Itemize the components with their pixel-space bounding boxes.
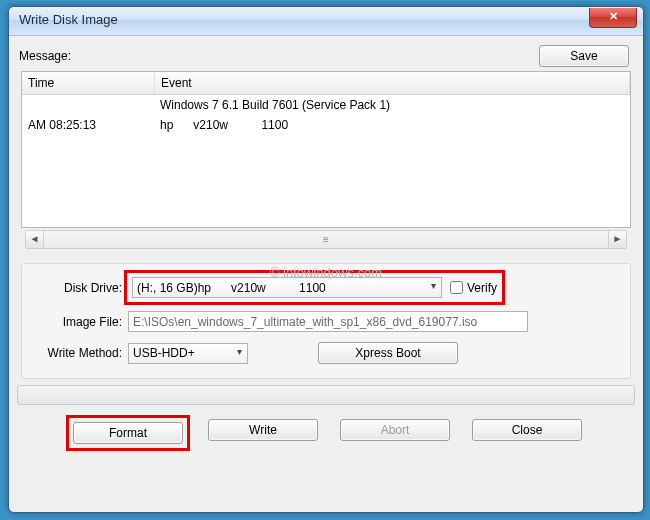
scroll-left-arrow-icon[interactable]: ◄ — [26, 231, 44, 248]
action-buttons-row: Format Write Abort Close — [17, 419, 635, 451]
verify-checkbox[interactable] — [450, 281, 463, 294]
horizontal-scrollbar[interactable]: ◄ ≡ ► — [25, 230, 627, 249]
write-method-row: Write Method: Xpress Boot — [30, 342, 622, 364]
form-panel: Disk Drive: Verify Image File: Write Met… — [21, 263, 631, 379]
write-method-label: Write Method: — [30, 346, 128, 360]
cell-event: hp v210w 1100 — [154, 115, 630, 135]
window-title: Write Disk Image — [19, 12, 118, 27]
image-file-row: Image File: — [30, 311, 622, 332]
disk-drive-combo-wrap — [132, 277, 442, 298]
client-area: Message: Save Time Event Windows 7 6.1 B… — [17, 41, 635, 504]
table-row[interactable]: Windows 7 6.1 Build 7601 (Service Pack 1… — [22, 95, 630, 115]
close-window-button[interactable]: ✕ — [589, 8, 637, 28]
format-highlight: Format — [70, 419, 186, 447]
verify-checkbox-group: Verify — [450, 281, 497, 295]
verify-label: Verify — [467, 281, 497, 295]
close-button[interactable]: Close — [472, 419, 582, 441]
disk-drive-highlight: Verify — [128, 274, 501, 301]
log-body: Windows 7 6.1 Build 7601 (Service Pack 1… — [22, 95, 630, 227]
cell-time: AM 08:25:13 — [22, 115, 154, 135]
column-header-event[interactable]: Event — [155, 72, 630, 94]
save-button[interactable]: Save — [539, 45, 629, 67]
abort-button[interactable]: Abort — [340, 419, 450, 441]
xpress-boot-button[interactable]: Xpress Boot — [318, 342, 458, 364]
table-row[interactable]: AM 08:25:13 hp v210w 1100 — [22, 115, 630, 135]
log-header: Time Event — [22, 72, 630, 95]
image-file-label: Image File: — [30, 315, 128, 329]
format-button[interactable]: Format — [73, 422, 183, 444]
cell-time — [22, 95, 154, 115]
message-label: Message: — [19, 49, 71, 63]
scroll-track[interactable]: ≡ — [44, 231, 608, 248]
scroll-right-arrow-icon[interactable]: ► — [608, 231, 626, 248]
write-button[interactable]: Write — [208, 419, 318, 441]
write-method-combo-wrap — [128, 343, 248, 364]
log-list[interactable]: Time Event Windows 7 6.1 Build 7601 (Ser… — [21, 71, 631, 228]
write-method-select[interactable] — [128, 343, 248, 364]
close-icon: ✕ — [609, 10, 618, 22]
disk-drive-row: Disk Drive: Verify — [30, 274, 622, 301]
message-row: Message: Save — [17, 41, 635, 71]
cell-event: Windows 7 6.1 Build 7601 (Service Pack 1… — [154, 95, 630, 115]
disk-drive-select[interactable] — [132, 277, 442, 298]
log-list-wrap: Time Event Windows 7 6.1 Build 7601 (Ser… — [21, 71, 631, 249]
disk-drive-label: Disk Drive: — [30, 281, 128, 295]
titlebar[interactable]: Write Disk Image ✕ — [9, 7, 643, 36]
progress-bar — [17, 385, 635, 405]
column-header-time[interactable]: Time — [22, 72, 155, 94]
window-frame: Write Disk Image ✕ Message: Save Time Ev… — [8, 6, 644, 513]
image-file-field[interactable] — [128, 311, 528, 332]
